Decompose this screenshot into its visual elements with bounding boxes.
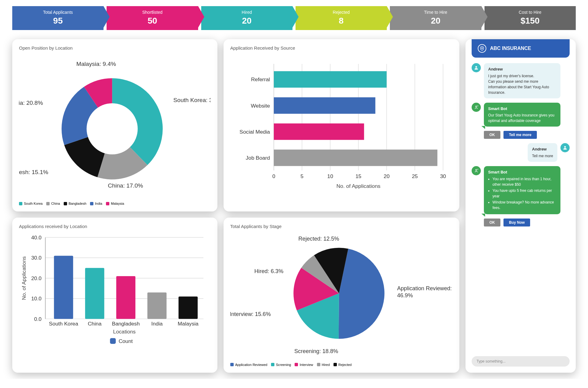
kpi-row: Total Applicants95Shortlisted50Hired20Re… (12, 6, 576, 30)
category-label: Website (251, 103, 270, 109)
vbar-card: Applications received by Location 0.010.… (12, 218, 217, 373)
message-author: Andrew (488, 66, 556, 72)
donut-card: Open Position by Location South Korea: 3… (12, 39, 217, 211)
kpi-label: Hired (201, 10, 292, 15)
chat-button-buy-now[interactable]: Buy Now (503, 219, 530, 226)
donut-label: Bangladesh: 15.1% (19, 169, 48, 175)
donut-label: India: 20.8% (19, 100, 43, 106)
legend-item: Screening (271, 363, 291, 367)
pie-legend: Application ReviewedScreeningInterviewHi… (230, 363, 453, 367)
chat-button-ok[interactable]: OK (484, 219, 500, 226)
pie-label: Interview: 15.6% (230, 311, 271, 318)
message-bubble: AndrewTell me more (528, 143, 557, 162)
chat-message: AndrewTell me more (472, 143, 570, 162)
message-author: Andrew (532, 146, 553, 152)
svg-point-19 (476, 169, 477, 170)
shield-icon (478, 44, 486, 53)
kpi-label: Shortlisted (107, 10, 198, 15)
bar (274, 71, 386, 88)
legend-item: South Korea (19, 202, 43, 205)
hbar-title: Application Received by Source (230, 45, 453, 51)
category-label: Job Board (246, 155, 270, 161)
chat-message: Smart BotOur Start Youg Auto Insurance g… (472, 103, 570, 127)
main-content: Open Position by Location South Korea: 3… (12, 39, 576, 373)
donut-legend: South KoreaChinaBangladeshIndiaMalaysia (19, 202, 211, 205)
category-label: India (151, 321, 163, 327)
bar (274, 97, 375, 114)
category-label: Social Media (239, 129, 270, 135)
bar (147, 292, 167, 319)
x-axis-label: Locations (113, 329, 136, 335)
kpi-label: Total Applicants (12, 10, 104, 15)
vbar-chart: 0.010.020.030.040.0South KoreaChinaBangl… (19, 233, 211, 357)
tick-label: 30 (440, 173, 446, 179)
tick-label: 10.0 (31, 296, 41, 302)
message-bubble: Smart BotYou are repaired in less than 1… (484, 166, 560, 215)
bar (85, 268, 104, 319)
svg-point-15 (481, 48, 483, 49)
chat-message: Smart BotYou are repaired in less than 1… (472, 166, 570, 215)
svg-rect-14 (110, 338, 116, 344)
tick-label: 0 (272, 173, 275, 179)
message-bubble: Smart BotOur Start Youg Auto Insurance g… (484, 103, 560, 127)
chat-header: ABC INSURANCE (472, 39, 570, 58)
pie-label: Rejected: 12.5% (298, 236, 339, 242)
pie-label: Screening: 18.8% (294, 348, 338, 354)
legend-label: Count (119, 338, 133, 344)
donut-label: Malaysia: 9.4% (76, 61, 116, 67)
bar (54, 256, 73, 319)
message-author: Smart Bot (488, 106, 556, 112)
chat-body: AndrewI just got my driver's license.Can… (466, 58, 576, 352)
bot-avatar-icon (472, 166, 481, 175)
chat-button-tell-me-more[interactable]: Tell me more (503, 131, 537, 139)
charts-grid: Open Position by Location South Korea: 3… (12, 39, 459, 373)
message-author: Smart Bot (488, 169, 556, 175)
bar (116, 276, 136, 319)
donut-label: South Korea: 37.7% (173, 97, 211, 103)
bar (274, 150, 437, 166)
user-avatar-icon (560, 143, 570, 152)
legend-item: Hired (317, 363, 330, 367)
hbar-card: Application Received by Source 051015202… (224, 39, 459, 211)
kpi-label: Cost to Hire (484, 10, 576, 15)
y-axis-label: No. of Applications (21, 257, 27, 300)
kpi-2: Hired20 (201, 6, 292, 30)
legend-item: India (90, 202, 102, 205)
hbar-chart: 051015202530ReferralWebsiteSocial MediaJ… (230, 54, 453, 195)
kpi-value: 20 (201, 16, 292, 26)
message-bubble: AndrewI just got my driver's license.Can… (484, 63, 560, 98)
tick-label: 5 (300, 173, 303, 179)
kpi-5: Cost to Hire$150 (484, 6, 576, 30)
category-label: Bangladesh (112, 321, 140, 327)
chat-input[interactable]: Type something... (472, 356, 570, 367)
pie-label: 46.9% (397, 293, 413, 299)
tick-label: 30.0 (31, 255, 41, 261)
bar (179, 297, 198, 319)
bar (274, 124, 364, 140)
category-label: China (88, 321, 102, 327)
kpi-1: Shortlisted50 (107, 6, 198, 30)
bot-avatar-icon (472, 103, 481, 112)
svg-point-0 (87, 103, 138, 154)
kpi-value: 95 (12, 16, 104, 26)
kpi-value: 20 (390, 16, 481, 26)
kpi-4: Time to Hire20 (390, 6, 481, 30)
tick-label: 20.0 (31, 275, 41, 281)
legend-item: Rejected (334, 363, 352, 367)
category-label: South Korea (49, 321, 78, 327)
kpi-value: $150 (484, 16, 576, 26)
chat-button-ok[interactable]: OK (484, 131, 500, 139)
donut-label: China: 17.0% (108, 182, 143, 189)
kpi-3: Rejected8 (296, 6, 387, 30)
pie-card: Total Applicants by Stage Application Re… (224, 218, 459, 373)
kpi-label: Rejected (296, 10, 387, 15)
chat-message: AndrewI just got my driver's license.Can… (472, 63, 570, 98)
pie-label: Application Reviewed: (397, 285, 451, 291)
category-label: Referral (251, 76, 270, 82)
svg-point-18 (564, 146, 566, 148)
user-avatar-icon (472, 63, 481, 72)
pie-title: Total Applicants by Stage (230, 224, 453, 229)
vbar-title: Applications received by Location (19, 224, 211, 229)
category-label: Malaysia (178, 321, 198, 327)
svg-point-16 (475, 66, 477, 68)
